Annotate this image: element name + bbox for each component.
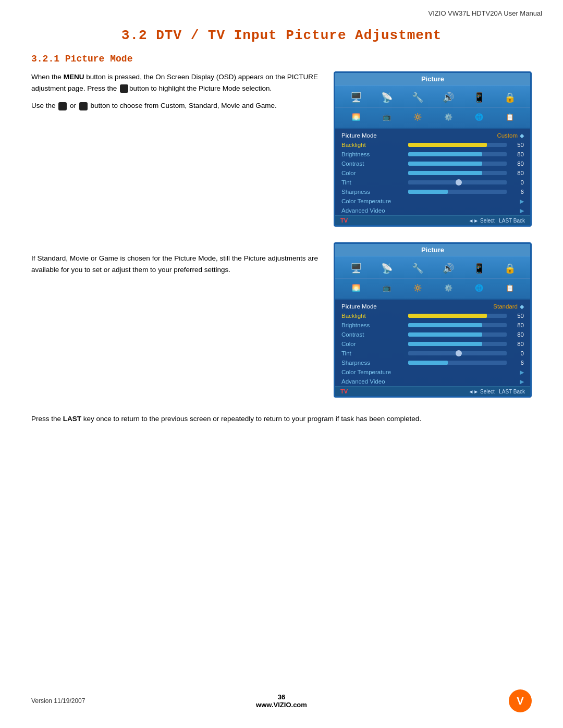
osd2-icon-satellite: 📡 — [377, 261, 396, 276]
section1-layout: When the MENU button is pressed, the On … — [31, 71, 532, 227]
osd1-contrast-row: Contrast 80 — [335, 159, 530, 168]
osd2-backlight-bar — [408, 314, 507, 318]
osd-display-2: Picture 🖥️ 📡 🔧 🔊 📱 🔒 🌅 📺 🔆 ⚙️ 🌐 📋 — [334, 242, 532, 398]
down-button-icon — [120, 84, 128, 93]
osd2-advanced-video-row: Advanced Video ▶ — [335, 377, 530, 386]
osd2-tint-value: 0 — [511, 350, 524, 356]
section-title: 3.2.1 Picture Mode — [31, 54, 532, 64]
osd2-brightness-fill — [408, 323, 482, 327]
osd2-icons-bottom: 🌅 📺 🔆 ⚙️ 🌐 📋 — [335, 279, 530, 300]
osd1-footer-controls: ◄► Select LAST Back — [468, 218, 525, 224]
osd1-footer-source: TV — [340, 217, 348, 224]
osd1-backlight-row: Backlight 50 — [335, 140, 530, 150]
osd2-picture-mode-row: Picture Mode Standard ◆ — [335, 302, 530, 311]
osd2-contrast-label: Contrast — [341, 331, 404, 338]
osd1-sub-icon-3: 🔆 — [408, 109, 427, 125]
osd1-color-label: Color — [341, 170, 404, 176]
osd2-sharpness-label: Sharpness — [341, 360, 404, 366]
osd1-brightness-fill — [408, 152, 482, 156]
osd2-picture-mode-arrow: ◆ — [520, 303, 524, 310]
osd1-color-temp-row: Color Temperature ▶ — [335, 196, 530, 206]
osd1-color-value: 80 — [511, 170, 524, 176]
osd1-color-row: Color 80 — [335, 168, 530, 178]
osd2-brightness-label: Brightness — [341, 322, 404, 328]
osd1-color-fill — [408, 171, 482, 175]
osd1-contrast-label: Contrast — [341, 161, 404, 167]
osd1-contrast-fill — [408, 162, 482, 166]
footer-version: Version 11/19/2007 — [31, 697, 85, 705]
osd2-advanced-video-label: Advanced Video — [341, 378, 404, 385]
osd1-icons-top: 🖥️ 📡 🔧 🔊 📱 🔒 — [335, 85, 530, 108]
osd2-icon-lock: 🔒 — [500, 261, 519, 276]
section2-layout: If Standard, Movie or Game is chosen for… — [31, 242, 532, 398]
osd-screen-1: Picture 🖥️ 📡 🔧 🔊 📱 🔒 🌅 📺 🔆 ⚙️ 🌐 📋 — [334, 71, 532, 227]
osd1-picture-mode-arrow: ◆ — [520, 132, 524, 139]
osd1-brightness-row: Brightness 80 — [335, 150, 530, 159]
osd2-picture-mode-value: Standard — [493, 303, 518, 310]
section2-para: If Standard, Movie or Game is chosen for… — [31, 253, 318, 275]
osd2-sub-icon-6: 📋 — [500, 280, 519, 295]
osd1-brightness-label: Brightness — [341, 151, 404, 157]
osd1-tint-bar — [408, 180, 507, 184]
footer-url: www.VIZIO.com — [256, 701, 307, 709]
osd1-backlight-bar — [408, 143, 507, 147]
section1-para2: Use the or button to choose from Custom,… — [31, 100, 318, 112]
osd2-brightness-value: 80 — [511, 322, 524, 328]
osd2-color-value: 80 — [511, 341, 524, 347]
footer-right: V — [509, 689, 532, 712]
osd2-tint-row: Tint 0 — [335, 349, 530, 358]
section1-text: When the MENU button is pressed, the On … — [31, 71, 318, 118]
chapter-title: 3.2 DTV / TV Input Picture Adjustment — [31, 28, 532, 43]
osd1-brightness-bar — [408, 152, 507, 156]
osd2-sub-icon-1: 🌅 — [347, 280, 365, 295]
osd1-contrast-bar — [408, 162, 507, 166]
manual-title: VIZIO VW37L HDTV20A User Manual — [429, 9, 542, 17]
osd2-sub-icon-3: 🔆 — [408, 280, 427, 295]
osd2-icon-monitor: 🖥️ — [347, 261, 365, 276]
osd1-sharpness-fill — [408, 190, 448, 194]
osd1-sharpness-value: 6 — [511, 189, 524, 195]
vizio-logo: V — [509, 689, 532, 712]
osd2-contrast-value: 80 — [511, 331, 524, 338]
osd1-tint-row: Tint 0 — [335, 178, 530, 187]
last-note: Press the LAST key once to return to the… — [31, 413, 532, 425]
osd2-sharpness-row: Sharpness 6 — [335, 358, 530, 367]
osd1-sharpness-label: Sharpness — [341, 189, 404, 195]
left-button-icon — [58, 102, 67, 110]
osd-screen-2: Picture 🖥️ 📡 🔧 🔊 📱 🔒 🌅 📺 🔆 ⚙️ 🌐 📋 — [334, 242, 532, 398]
osd2-icon-remote: 📱 — [470, 261, 488, 276]
osd2-sub-icon-4: ⚙️ — [439, 280, 458, 295]
section2-text: If Standard, Movie or Game is chosen for… — [31, 242, 318, 275]
osd2-brightness-row: Brightness 80 — [335, 320, 530, 330]
osd2-sub-icon-2: 📺 — [377, 280, 396, 295]
osd2-icons-top: 🖥️ 📡 🔧 🔊 📱 🔒 — [335, 256, 530, 279]
last-note-text: Press the LAST key once to return to the… — [31, 413, 532, 425]
osd1-advanced-video-row: Advanced Video ▶ — [335, 206, 530, 215]
osd1-advanced-video-arrow: ▶ — [520, 207, 524, 214]
osd2-color-label: Color — [341, 341, 404, 347]
osd1-icon-audio: 🔊 — [439, 90, 458, 105]
osd2-color-row: Color 80 — [335, 339, 530, 349]
osd2-contrast-fill — [408, 332, 482, 337]
osd1-sharpness-row: Sharpness 6 — [335, 187, 530, 196]
osd1-contrast-value: 80 — [511, 161, 524, 167]
osd1-color-bar — [408, 171, 507, 175]
osd2-title: Picture — [335, 244, 530, 256]
osd2-tint-label: Tint — [341, 350, 404, 356]
page-header: VIZIO VW37L HDTV20A User Manual — [0, 0, 563, 17]
osd2-color-temp-label: Color Temperature — [341, 369, 404, 375]
osd1-sub-icon-2: 📺 — [377, 109, 396, 125]
osd1-sub-icon-5: 🌐 — [470, 109, 488, 125]
osd2-footer: TV ◄► Select LAST Back — [335, 386, 530, 396]
page-content: 3.2 DTV / TV Input Picture Adjustment 3.… — [0, 17, 563, 466]
osd2-backlight-label: Backlight — [341, 313, 404, 319]
osd2-backlight-row: Backlight 50 — [335, 311, 530, 320]
osd1-title: Picture — [335, 73, 530, 85]
osd1-icon-monitor: 🖥️ — [347, 90, 365, 105]
osd2-color-temp-row: Color Temperature ▶ — [335, 367, 530, 377]
right-button-icon — [79, 102, 88, 110]
osd2-tint-bar — [408, 351, 507, 355]
section1-para1: When the MENU button is pressed, the On … — [31, 71, 318, 94]
osd1-icon-remote: 📱 — [470, 90, 488, 105]
osd1-icon-lock: 🔒 — [500, 90, 519, 105]
